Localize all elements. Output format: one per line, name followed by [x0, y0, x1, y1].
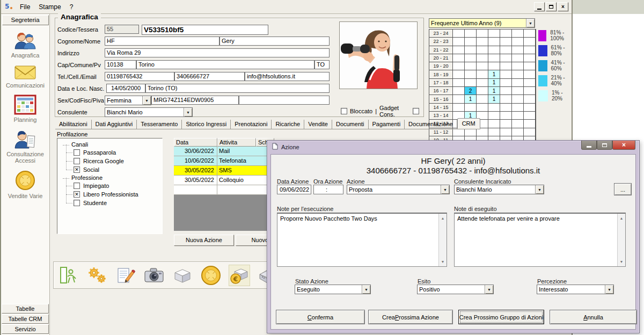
tab-pagamenti[interactable]: Pagamenti [369, 120, 405, 129]
restore-button[interactable] [546, 2, 557, 11]
minimize-button[interactable] [534, 2, 545, 11]
nuova-azione-button[interactable]: Nuova Azione [174, 235, 234, 246]
bloccato-checkbox[interactable] [341, 108, 347, 114]
tab-dati-aggiuntivi[interactable]: Dati Aggiuntivi [92, 120, 137, 129]
dialog-close-button[interactable]: × [612, 141, 635, 150]
tab-tesseramento[interactable]: Tesseramento [137, 120, 182, 129]
codice-tessera-input-1[interactable]: 55 [105, 25, 139, 34]
tree-item-social[interactable]: ✕Social [57, 165, 162, 174]
esito-combo[interactable]: Positivo ▼ [417, 285, 494, 294]
note-esecuzione-textarea[interactable]: Proporre Nuovo Pacchetto Two Days ▲▼ [277, 213, 447, 267]
tab-documenti[interactable]: Documenti [332, 120, 369, 129]
indirizzo-input-1[interactable]: Via Roma 29 [105, 48, 330, 57]
table-row[interactable]: 30/06/2022Mail [174, 147, 274, 156]
tel-cell-email-input-2[interactable]: 3406666727 [174, 72, 245, 81]
exit-icon[interactable] [58, 265, 79, 286]
frequenze-combo[interactable]: Frequenze Ultimo Anno (9) ▼ [429, 18, 535, 28]
cap-comune-pv-label: Cap/Comune/Pv [57, 62, 101, 68]
tel-cell-email-input-1[interactable]: 01198765432 [105, 72, 174, 81]
sidebar-item-planning[interactable]: Planning [2, 94, 49, 123]
servizio-button[interactable]: Servizio [2, 324, 49, 334]
tabelle-button[interactable]: Tabelle [2, 304, 49, 314]
more-options-button[interactable]: ... [614, 183, 632, 195]
tree-group-professione: Professione [57, 174, 162, 181]
checkbox-impiegato[interactable] [74, 183, 80, 189]
euro-box-icon[interactable]: € [229, 265, 250, 286]
dialog-maximize-button[interactable] [597, 141, 612, 150]
data-azione-input[interactable]: 09/06/2022 [277, 185, 311, 194]
percezione-label: Percezione [537, 278, 567, 285]
gadget-cons-checkbox[interactable] [413, 108, 419, 114]
consulente-combo[interactable]: Bianchi Mario▼ [105, 107, 193, 117]
azione-combo[interactable]: Proposta ▼ [347, 185, 450, 194]
stato-azione-combo[interactable]: Eseguito ▼ [295, 285, 371, 294]
tab-ricariche[interactable]: Ricariche [272, 120, 304, 129]
edit-icon[interactable] [115, 265, 136, 286]
conferma-button[interactable]: Conferma [276, 310, 365, 324]
menu-help[interactable]: ? [65, 2, 78, 12]
tabelle-crm-button[interactable]: Tabelle CRM [2, 314, 49, 324]
camera-icon[interactable] [143, 265, 165, 286]
menu-file[interactable]: File [16, 2, 34, 12]
tree-item-passaparola[interactable]: Passaparola [57, 148, 162, 157]
checkbox-studente[interactable] [74, 200, 80, 206]
sex-codfisc-piva-input-2[interactable]: MRG74Z114EDW0905 [151, 96, 239, 105]
tree-item-studente[interactable]: Studente [57, 199, 162, 207]
dialog-minimize-button[interactable] [581, 141, 597, 150]
consulente-incaricato-combo[interactable]: Bianchi Mario ▼ [454, 185, 544, 194]
sidebar-header-segreteria[interactable]: Segreteria [2, 15, 49, 25]
scrollbar[interactable]: ▲▼ [438, 214, 447, 266]
crea-prossima-azione-button[interactable]: Crea Prossima Azione [368, 310, 453, 324]
checkbox-libero-professionista[interactable]: ✕ [74, 191, 80, 198]
crea-prossimo-gruppo-di-azioni-button[interactable]: Crea Prossimo Gruppo di Azioni [458, 310, 544, 324]
tab-abilitazioni[interactable]: Abilitazioni [55, 120, 92, 129]
sidebar-item-consultazione-accessi[interactable]: Consultazione Accessi [2, 129, 49, 164]
tab-prenotazioni[interactable]: Prenotazioni [231, 120, 272, 129]
data-e-loc-nasc-input-1[interactable]: 14/05/2000 [106, 84, 145, 93]
table-row[interactable]: 10/06/2022Telefonata [174, 156, 274, 166]
tel-cell-email-input-3[interactable]: info@hfsolutions.it [245, 72, 330, 81]
table-row[interactable]: 30/05/2022Colloquio [174, 176, 274, 185]
dialog-title: Azione [281, 144, 299, 150]
note-eseguito-textarea[interactable]: Attende telefonata per venire a provare … [454, 213, 626, 267]
sidebar-item-vendite-varie[interactable]: Vendite Varie [2, 170, 49, 199]
chart-cell [453, 30, 465, 38]
sex-codfisc-piva-input-3[interactable] [239, 96, 330, 105]
tab-vendite[interactable]: Vendite [304, 120, 332, 129]
legend-label: 21% - 40% [551, 75, 572, 86]
tab-documentazione[interactable]: Documentazione [405, 120, 457, 129]
cognome-nome-input-1[interactable]: HF [105, 37, 219, 46]
gears-icon[interactable] [86, 265, 108, 286]
column-header-data[interactable]: Data [174, 138, 217, 147]
sidebar-item-anagrafica[interactable]: Anagrafica [2, 31, 49, 59]
annulla-button[interactable]: Annulla [550, 310, 637, 324]
percezione-combo[interactable]: Interessato ▼ [537, 285, 614, 294]
menu-stampe[interactable]: Stampe [34, 2, 65, 12]
close-button[interactable]: × [558, 2, 568, 11]
sex-codfisc-piva-combo[interactable]: Femmina▼ [105, 96, 151, 105]
sidebar-item-comunicazioni[interactable]: Comunicazioni [2, 64, 49, 89]
tree-item-ricerca-google[interactable]: Ricerca Google [57, 157, 162, 165]
cognome-nome-input-2[interactable]: Gery [219, 37, 330, 46]
tree-item-libero-professionista[interactable]: ✕Libero Professionista [57, 190, 162, 199]
scrollbar[interactable]: ▲▼ [617, 214, 625, 266]
chart-cell [477, 104, 488, 112]
checkbox-social[interactable]: ✕ [74, 166, 80, 173]
cap-comune-pv-input-2[interactable]: Torino [136, 60, 314, 69]
chart-cell [477, 79, 488, 87]
ora-azione-input[interactable]: : [313, 185, 343, 194]
tab-crm[interactable]: CRM [457, 118, 480, 129]
data-e-loc-nasc-input-2[interactable]: Torino (TO) [145, 84, 330, 93]
codice-tessera-input-2[interactable]: V533510bf5 [142, 25, 268, 35]
coin-icon[interactable] [200, 265, 222, 286]
checkbox-passaparola[interactable] [74, 149, 80, 156]
cap-comune-pv-input-3[interactable]: TO [314, 60, 330, 69]
tab-storico-ingressi[interactable]: Storico Ingressi [182, 120, 231, 129]
table-row[interactable]: 30/05/2022SMS [174, 166, 274, 176]
chart-cell [500, 120, 512, 128]
cap-comune-pv-input-1[interactable]: 10138 [105, 60, 136, 69]
column-header-attivita[interactable]: Attivita [217, 138, 256, 147]
box-icon[interactable] [172, 265, 193, 286]
tree-item-impiegato[interactable]: Impiegato [57, 181, 162, 190]
checkbox-ricerca-google[interactable] [74, 158, 80, 164]
